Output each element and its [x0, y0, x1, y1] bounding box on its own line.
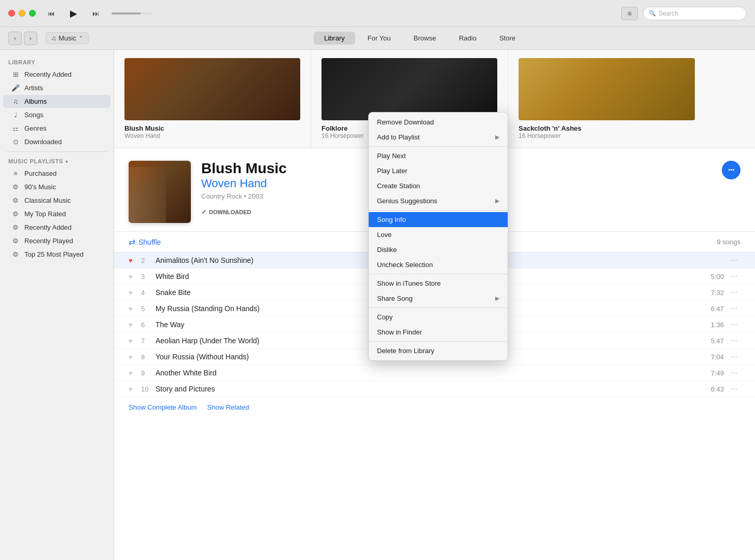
sidebar-label-downloaded: Downloaded [24, 138, 62, 146]
rewind-button[interactable]: ⏮ [44, 6, 59, 21]
sidebar-item-90s-music[interactable]: ⚙ 90's Music [3, 180, 110, 193]
ctx-item-label: Share Song [377, 295, 413, 302]
context-menu-separator [369, 341, 508, 342]
minimize-button[interactable] [19, 10, 25, 17]
context-menu-separator [369, 146, 508, 147]
ctx-item-label: Delete from Library [377, 347, 435, 355]
purchased-icon: ≡ [11, 170, 20, 177]
ctx-item-label: Love [377, 231, 392, 239]
nav-arrows: ‹ › [8, 32, 37, 45]
sidebar-divider [6, 151, 107, 152]
context-menu-separator [369, 274, 508, 274]
context-menu-item-song-info[interactable]: Song Info [369, 212, 508, 227]
title-bar-right: ≡ 🔍 Search [621, 7, 747, 20]
maximize-button[interactable] [29, 10, 36, 17]
context-menu-item-dislike[interactable]: Dislike [369, 242, 508, 257]
nav-music-label: Music [59, 34, 76, 42]
submenu-arrow-icon: ▶ [495, 198, 499, 204]
nav-bar: ‹ › ♫ Music ⌃ Library For You Browse Rad… [0, 27, 755, 50]
sidebar-label-classical: Classical Music [24, 197, 71, 204]
sidebar-item-top-rated[interactable]: ⚙ My Top Rated [3, 207, 110, 220]
ctx-item-label: Play Later [377, 167, 408, 175]
tab-store[interactable]: Store [489, 32, 526, 45]
context-menu-item-show-in-finder[interactable]: Show in Finder [369, 325, 508, 340]
ctx-item-label: Show in Finder [377, 328, 422, 336]
sidebar-item-artists[interactable]: 🎤 Artists [3, 81, 110, 94]
context-menu-separator [369, 307, 508, 308]
ctx-item-label: Song Info [377, 216, 406, 223]
sidebar-label-artists: Artists [24, 84, 43, 92]
sidebar-label-genres: Genres [24, 124, 47, 132]
sidebar-label-recently-played: Recently Played [24, 237, 73, 245]
forward-button[interactable]: ⏭ [89, 6, 103, 21]
sidebar-item-recently-added-pl[interactable]: ⚙ Recently Added [3, 221, 110, 234]
tab-radio[interactable]: Radio [449, 32, 487, 45]
submenu-arrow-icon: ▶ [495, 295, 499, 302]
context-menu-item-genius-suggestions[interactable]: Genius Suggestions ▶ [369, 193, 508, 208]
songs-icon: ♩ [11, 111, 20, 119]
sidebar-label-purchased: Purchased [24, 170, 57, 177]
volume-slider[interactable] [111, 12, 153, 15]
sidebar-label-songs: Songs [24, 111, 44, 119]
sidebar-label-recently-added: Recently Added [24, 71, 72, 78]
submenu-arrow-icon: ▶ [495, 134, 499, 141]
sidebar-item-songs[interactable]: ♩ Songs [3, 108, 110, 121]
context-menu-item-remove-download[interactable]: Remove Download [369, 115, 508, 130]
artists-icon: 🎤 [11, 84, 20, 92]
sidebar-item-top25[interactable]: ⚙ Top 25 Most Played [3, 248, 110, 261]
downloaded-icon: ⊙ [11, 138, 20, 146]
context-menu-item-show-itunes-store[interactable]: Show in iTunes Store [369, 276, 508, 291]
sidebar-label-top25: Top 25 Most Played [24, 250, 83, 258]
context-menu-item-create-station[interactable]: Create Station [369, 178, 508, 193]
play-button[interactable]: ▶ [65, 5, 82, 22]
context-menu: Remove Download Add to Playlist ▶ Play N… [368, 112, 508, 361]
tab-for-you[interactable]: For You [357, 32, 401, 45]
sidebar-item-downloaded[interactable]: ⊙ Downloaded [3, 135, 110, 148]
sidebar-item-recently-added[interactable]: ⊞ Recently Added [3, 68, 110, 81]
sidebar-item-purchased[interactable]: ≡ Purchased [3, 167, 110, 180]
nav-tabs: Library For You Browse Radio Store [93, 32, 747, 45]
albums-icon: ♫ [11, 97, 20, 105]
sidebar-item-genres[interactable]: ⚏ Genres [3, 122, 110, 135]
forward-button[interactable]: › [24, 32, 37, 45]
context-menu-item-uncheck[interactable]: Uncheck Selection [369, 257, 508, 272]
recently-added-pl-icon: ⚙ [11, 223, 20, 231]
ctx-item-label: Uncheck Selection [377, 261, 433, 269]
context-menu-item-share-song[interactable]: Share Song ▶ [369, 291, 508, 306]
tab-browse[interactable]: Browse [403, 32, 446, 45]
top25-icon: ⚙ [11, 250, 20, 258]
search-icon: 🔍 [649, 10, 656, 17]
sidebar-item-albums[interactable]: ♫ Albums [3, 95, 110, 108]
context-menu-overlay[interactable]: Remove Download Add to Playlist ▶ Play N… [114, 50, 755, 560]
context-menu-item-copy[interactable]: Copy [369, 310, 508, 325]
playlists-label: Music Playlists [8, 158, 63, 164]
ctx-item-label: Add to Playlist [377, 133, 420, 141]
sidebar-label-recently-added-pl: Recently Added [24, 223, 72, 231]
content-area: Blush Music Woven Hand Folklore 16 Horse… [114, 50, 755, 560]
sidebar-label-albums: Albums [24, 97, 47, 105]
nav-music-arrow: ⌃ [79, 35, 83, 41]
playlists-section[interactable]: Music Playlists ▾ [0, 155, 114, 166]
nav-music-selector[interactable]: ♫ Music ⌃ [46, 32, 89, 44]
tab-library[interactable]: Library [314, 32, 355, 45]
ctx-item-label: Show in iTunes Store [377, 279, 441, 287]
main-layout: Library ⊞ Recently Added 🎤 Artists ♫ Alb… [0, 50, 755, 560]
search-box[interactable]: 🔍 Search [643, 7, 747, 20]
playlists-arrow-icon: ▾ [65, 159, 68, 164]
top-rated-icon: ⚙ [11, 210, 20, 218]
context-menu-item-love[interactable]: Love [369, 227, 508, 242]
close-button[interactable] [8, 10, 15, 17]
ctx-item-label: Remove Download [377, 118, 434, 126]
sidebar-item-classical[interactable]: ⚙ Classical Music [3, 194, 110, 207]
back-button[interactable]: ‹ [8, 32, 22, 45]
list-view-button[interactable]: ≡ [621, 7, 638, 20]
context-menu-item-add-to-playlist[interactable]: Add to Playlist ▶ [369, 130, 508, 145]
recently-added-icon: ⊞ [11, 71, 20, 78]
ctx-item-label: Create Station [377, 182, 420, 190]
sidebar-item-recently-played[interactable]: ⚙ Recently Played [3, 234, 110, 247]
context-menu-item-delete-from-library[interactable]: Delete from Library [369, 343, 508, 358]
context-menu-item-play-later[interactable]: Play Later [369, 163, 508, 178]
context-menu-item-play-next[interactable]: Play Next [369, 148, 508, 163]
ctx-item-label: Play Next [377, 152, 406, 160]
90s-music-icon: ⚙ [11, 183, 20, 191]
